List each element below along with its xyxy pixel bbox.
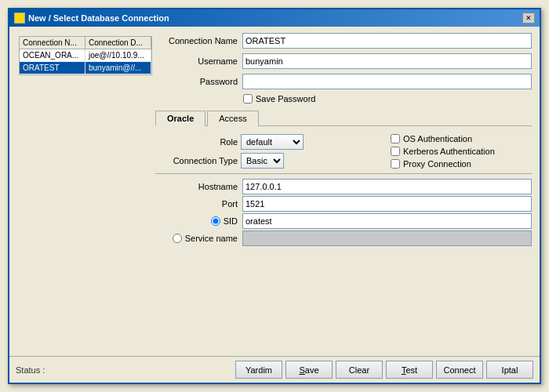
save-password-row: Save Password [243,94,532,103]
password-label: Password [155,77,238,86]
port-row: Port [155,196,532,212]
main-window: New / Select Database Connection ✕ Conne… [8,8,541,384]
role-select[interactable]: default SYSDBA SYSOPER [241,134,304,150]
connect-button[interactable]: Connect [436,361,483,379]
clear-button[interactable]: Clear [336,361,383,379]
save-button[interactable]: Save [285,361,333,379]
service-name-radio[interactable] [173,234,182,243]
connection-name-input[interactable] [242,33,532,49]
save-password-label: Save Password [256,94,315,103]
password-input[interactable] [242,74,532,89]
list-cell-desc: joe@//10.10.9... [85,49,151,61]
list-col2-header: Connection D... [85,37,151,49]
connection-type-select[interactable]: Basic TNS LDAP [241,153,284,169]
title-bar: New / Select Database Connection ✕ [9,9,540,27]
port-input[interactable] [242,196,532,212]
options-left: Role default SYSDBA SYSOPER Connection T… [155,134,383,169]
status-label: Status : [16,365,45,375]
sid-label: SID [224,216,238,226]
tab-strip: Oracle Access [155,110,532,126]
username-row: Username [155,53,532,69]
window-icon [14,13,25,24]
username-input[interactable] [242,53,532,69]
connection-name-row: Connection Name [155,33,532,49]
connection-name-label: Connection Name [155,36,238,45]
proxy-connection-checkbox[interactable] [391,159,400,169]
oracle-tab-content: Role default SYSDBA SYSOPER Connection T… [155,134,532,248]
role-label: Role [155,137,238,147]
service-name-input[interactable] [242,230,532,246]
port-label: Port [155,199,238,209]
list-cell-name: OCEAN_ORA... [20,49,85,61]
sid-input[interactable] [242,213,532,229]
os-auth-checkbox[interactable] [391,134,400,143]
list-item[interactable]: ORATEST bunyamin@//... [20,62,151,74]
left-panel-container: Connection N... Connection D... OCEAN_OR… [14,31,147,356]
button-group: Yardim Save Clear Test Connect Iptal [235,361,533,379]
list-cell-desc: bunyamin@//... [85,62,151,74]
tab-oracle[interactable]: Oracle [155,111,205,126]
service-name-label: Service name [185,234,238,243]
os-auth-row: OS Authentication [391,134,532,143]
sid-row: SID [155,213,532,229]
list-col1-header: Connection N... [20,37,85,49]
sid-radio[interactable] [211,216,220,226]
tab-access[interactable]: Access [207,111,258,126]
list-body: OCEAN_ORA... joe@//10.10.9... ORATEST bu… [20,49,151,74]
kerberos-auth-checkbox[interactable] [391,147,400,156]
close-button[interactable]: ✕ [522,13,535,24]
hostname-row: Hostname [155,179,532,194]
bottom-bar: Status : Yardim Save Clear Test Connect … [9,356,540,383]
help-button[interactable]: Yardim [235,361,282,379]
connection-list: Connection N... Connection D... OCEAN_OR… [19,36,152,75]
options-right: OS Authentication Kerberos Authenticatio… [391,134,532,169]
separator [155,173,532,174]
hostname-input[interactable] [242,179,532,194]
username-label: Username [155,56,238,66]
list-cell-name: ORATEST [20,62,85,74]
kerberos-auth-label: Kerberos Authentication [403,147,495,156]
service-name-row: Service name [155,230,532,246]
hostname-label: Hostname [155,182,238,191]
kerberos-auth-row: Kerberos Authentication [391,147,532,156]
options-area: Role default SYSDBA SYSOPER Connection T… [155,134,532,169]
right-panel: Connection Name Username Password Save P… [147,27,540,356]
window-title: New / Select Database Connection [28,13,169,23]
save-password-checkbox[interactable] [243,94,253,103]
proxy-connection-label: Proxy Connection [403,159,471,169]
password-row: Password [155,74,532,89]
os-auth-label: OS Authentication [403,134,472,143]
proxy-connection-row: Proxy Connection [391,159,532,169]
connection-type-row: Connection Type Basic TNS LDAP [155,153,383,169]
test-button[interactable]: Test [386,361,433,379]
list-item[interactable]: OCEAN_ORA... joe@//10.10.9... [20,49,151,62]
cancel-button[interactable]: Iptal [486,361,533,379]
role-row: Role default SYSDBA SYSOPER [155,134,383,150]
connection-type-label: Connection Type [155,156,238,165]
list-header: Connection N... Connection D... [20,37,151,49]
main-content: Connection N... Connection D... OCEAN_OR… [9,27,540,356]
